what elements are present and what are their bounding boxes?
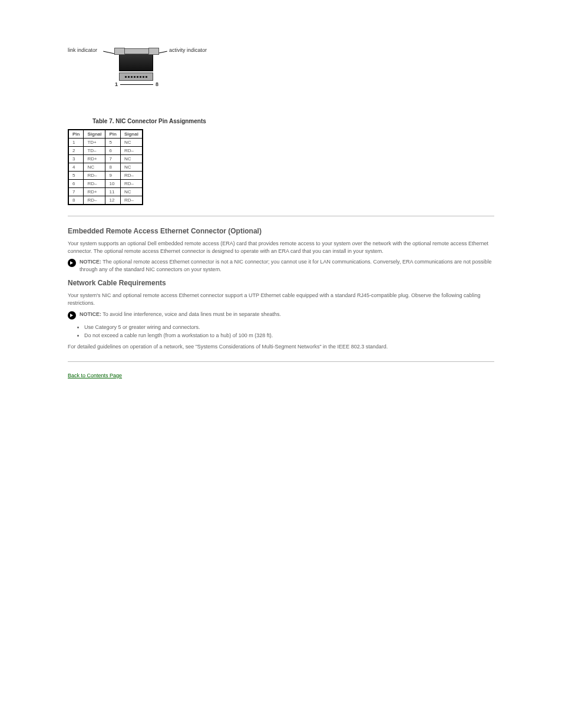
nic-connector-figure: link indicator activity indicator 1 8 bbox=[68, 47, 221, 100]
cabling-bullets: Use Category 5 or greater wiring and con… bbox=[84, 323, 494, 340]
table-row: 5 RD– 9 RD– bbox=[68, 172, 143, 180]
notice-text: NOTICE: To avoid line interference, voic… bbox=[80, 311, 281, 318]
table-row: 7 RD+ 11 NC bbox=[68, 188, 143, 196]
cabling-paragraph-1: Your system's NIC and optional remote ac… bbox=[68, 292, 494, 307]
notice-body: The optional remote access Ethernet conn… bbox=[80, 259, 492, 272]
notice-block: NOTICE: The optional remote access Ether… bbox=[68, 258, 494, 273]
notice-block: NOTICE: To avoid line interference, voic… bbox=[68, 311, 494, 319]
notice-label: NOTICE: bbox=[80, 311, 101, 317]
bullet-item: Use Category 5 or greater wiring and con… bbox=[84, 323, 494, 331]
col-pin: Pin bbox=[68, 130, 84, 139]
label-link-indicator: link indicator bbox=[68, 47, 97, 53]
notice-text: NOTICE: The optional remote access Ether… bbox=[80, 258, 494, 273]
table-row: 1 TD+ 5 NC bbox=[68, 139, 143, 147]
era-paragraph: Your system supports an optional Dell em… bbox=[68, 240, 494, 255]
table-row: 2 TD– 6 RD– bbox=[68, 147, 143, 155]
table-row: 6 RD– 10 RD– bbox=[68, 180, 143, 188]
nic-figure-wrap: link indicator activity indicator 1 8 bbox=[68, 47, 494, 100]
pin-start: 1 bbox=[115, 81, 118, 87]
notice-icon bbox=[68, 259, 76, 267]
pin-end: 8 bbox=[156, 81, 158, 87]
pin-assignments-table: Pin Signal Pin Signal 1 TD+ 5 NC 2 TD– 6… bbox=[68, 129, 143, 205]
table-row: 4 NC 8 NC bbox=[68, 163, 143, 172]
rj45-port-illustration bbox=[115, 48, 157, 79]
notice-label: NOTICE: bbox=[80, 259, 101, 265]
divider bbox=[68, 361, 494, 362]
back-to-contents-link[interactable]: Back to Contents Page bbox=[68, 373, 122, 378]
table-caption: Table 7. NIC Connector Pin Assignments bbox=[92, 118, 494, 124]
col-signal: Signal bbox=[84, 130, 105, 139]
divider bbox=[68, 216, 494, 216]
table-row: 3 RD+ 7 NC bbox=[68, 155, 143, 163]
bullet-item: Do not exceed a cable run length (from a… bbox=[84, 331, 494, 340]
pin-number-range: 1 8 bbox=[115, 81, 158, 87]
col-signal: Signal bbox=[120, 130, 143, 139]
table-caption-text: 7. NIC Connector Pin Assignments bbox=[109, 118, 206, 124]
section-heading-cabling: Network Cable Requirements bbox=[68, 279, 494, 287]
col-pin: Pin bbox=[105, 130, 120, 139]
document-page: link indicator activity indicator 1 8 bbox=[0, 0, 562, 402]
cabling-paragraph-2: For detailed guidelines on operation of … bbox=[68, 343, 494, 351]
section-heading-era: Embedded Remote Access Ethernet Connecto… bbox=[68, 227, 494, 235]
label-activity-indicator: activity indicator bbox=[169, 47, 207, 53]
notice-body: To avoid line interference, voice and da… bbox=[103, 311, 281, 317]
notice-icon bbox=[68, 311, 76, 319]
table-header-row: Pin Signal Pin Signal bbox=[68, 130, 143, 139]
table-caption-prefix: Table bbox=[92, 118, 107, 124]
table-row: 8 RD– 12 RD– bbox=[68, 196, 143, 205]
